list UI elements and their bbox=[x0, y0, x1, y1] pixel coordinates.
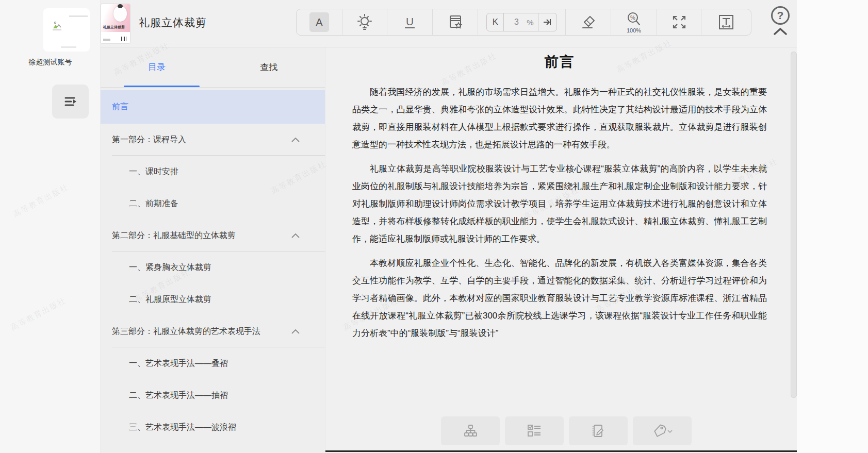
menu-arrow-icon bbox=[62, 93, 79, 110]
toc-section-label: 第三部分：礼服立体裁剪的艺术表现手法 bbox=[112, 326, 260, 337]
book-title: 礼服立体裁剪 bbox=[139, 15, 207, 30]
checklist-icon bbox=[527, 424, 542, 438]
ebook-reader-app: 高等教育出版社 高等教育出版社 高等教育出版社 高等教育出版社 高等教育出版社 … bbox=[0, 0, 868, 453]
notes-button[interactable] bbox=[569, 416, 628, 445]
tab-contents[interactable]: 目录 bbox=[101, 47, 213, 87]
paragraph: 礼服立体裁剪是高等职业院校服装设计与工艺专业核心课程“服装立体裁剪”的高阶内容，… bbox=[352, 160, 767, 248]
help-button[interactable]: ? bbox=[771, 6, 790, 25]
toc-item[interactable]: 一、艺术表现手法——叠褶 bbox=[101, 347, 325, 379]
underline-icon: U bbox=[405, 16, 415, 28]
zoom-level-label: 100% bbox=[627, 27, 641, 33]
toc-item[interactable]: 一、课时安排 bbox=[101, 156, 325, 188]
broken-image-icon bbox=[51, 20, 63, 32]
cover-publisher-mark bbox=[103, 39, 110, 41]
toc-item[interactable]: 二、艺术表现手法——抽褶 bbox=[101, 379, 325, 411]
account-name: 徐超测试账号 bbox=[0, 58, 101, 67]
toc-item[interactable]: 一、紧身胸衣立体裁剪 bbox=[101, 251, 325, 283]
page-jump-control: K % bbox=[478, 9, 565, 35]
collapse-toolbar-button[interactable] bbox=[773, 27, 788, 36]
zoom-level-button[interactable]: % 100% bbox=[611, 9, 657, 35]
toc-section-part3[interactable]: 第三部分：礼服立体裁剪的艺术表现手法 bbox=[101, 315, 325, 347]
font-icon: A bbox=[309, 12, 329, 32]
left-sidebar: 徐超测试账号 bbox=[0, 0, 101, 453]
toc-section-label: 第二部分：礼服基础型的立体裁剪 bbox=[112, 230, 236, 241]
toc-item[interactable]: 二、礼服原型立体裁剪 bbox=[101, 283, 325, 315]
book-cover-thumbnail[interactable]: 礼服立体裁剪 bbox=[101, 4, 130, 43]
chevron-up-icon[interactable] bbox=[291, 232, 300, 239]
toc-item-preface[interactable]: 前言 bbox=[101, 90, 325, 124]
cover-dress-art bbox=[113, 6, 127, 22]
cover-title-text: 礼服立体裁剪 bbox=[103, 25, 125, 30]
toc-section-label: 第一部分：课程导入 bbox=[112, 135, 186, 145]
page-jump-box: K % bbox=[486, 13, 556, 31]
toc-section-part2[interactable]: 第二部分：礼服基础型的立体裁剪 bbox=[101, 220, 325, 251]
page-percent-input[interactable] bbox=[506, 18, 527, 27]
underline-button[interactable]: U bbox=[387, 9, 432, 35]
chapter-title: 前言 bbox=[352, 53, 767, 71]
text-width-button[interactable] bbox=[701, 9, 751, 35]
zoom-percent-icon: % bbox=[626, 11, 642, 27]
toc-item[interactable]: 二、前期准备 bbox=[101, 188, 325, 220]
lightbulb-icon bbox=[356, 12, 373, 32]
chapter-body: 随着我国经济的发展，礼服的市场需求日益增大。礼服作为一种正式的社交礼仪性服装，是… bbox=[352, 83, 767, 342]
vertical-scrollbar[interactable] bbox=[791, 52, 797, 398]
fullscreen-icon bbox=[670, 13, 688, 31]
chevron-up-icon[interactable] bbox=[291, 328, 300, 334]
cover-barcode bbox=[121, 37, 127, 41]
svg-text:%: % bbox=[630, 14, 635, 21]
jump-go-button[interactable] bbox=[538, 13, 556, 31]
placeholder-line bbox=[61, 46, 76, 48]
reader-toolbar: A U bbox=[296, 9, 751, 36]
paragraph: 随着我国经济的发展，礼服的市场需求日益增大。礼服作为一种正式的社交礼仪性服装，是… bbox=[352, 83, 767, 154]
toc-section-part1[interactable]: 第一部分：课程导入 bbox=[101, 124, 325, 156]
toc-list: 前言 第一部分：课程导入 一、课时安排 二、前期准备 第二部分：礼服基础型的立体… bbox=[101, 90, 325, 443]
tab-search[interactable]: 查找 bbox=[213, 47, 325, 87]
fullscreen-button[interactable] bbox=[657, 9, 701, 35]
mindmap-button[interactable] bbox=[441, 416, 500, 445]
toc-collapse-button[interactable] bbox=[52, 85, 89, 119]
tags-button[interactable] bbox=[633, 416, 692, 445]
bookmark-button[interactable] bbox=[432, 9, 478, 35]
active-tab-underline bbox=[124, 86, 200, 87]
reader-header: 礼服立体裁剪 礼服立体裁剪 A U bbox=[101, 0, 797, 47]
bookmark-star-icon bbox=[447, 13, 464, 31]
org-chart-icon bbox=[463, 424, 478, 438]
percent-sign: % bbox=[527, 18, 533, 27]
jump-start-icon[interactable]: K bbox=[487, 13, 504, 31]
help-area: ? bbox=[770, 6, 791, 36]
toc-panel: 目录 查找 前言 第一部分：课程导入 一、课时安排 二、前期准备 第二部分：礼服… bbox=[101, 47, 325, 453]
toc-tabs: 目录 查找 bbox=[101, 47, 325, 88]
text-width-icon bbox=[717, 13, 735, 31]
chevron-up-icon[interactable] bbox=[291, 137, 300, 143]
tag-icon bbox=[651, 424, 673, 438]
eraser-icon bbox=[580, 13, 597, 31]
toc-item[interactable]: 三、艺术表现手法——波浪褶 bbox=[101, 411, 325, 443]
reading-pane: 前言 随着我国经济的发展，礼服的市场需求日益增大。礼服作为一种正式的社交礼仪性服… bbox=[325, 47, 797, 453]
brightness-button[interactable] bbox=[342, 9, 387, 35]
reader-bottom-border bbox=[325, 450, 797, 452]
placeholder-line bbox=[69, 15, 88, 17]
eraser-button[interactable] bbox=[565, 9, 611, 35]
paragraph: 本教材顺应礼服企业个性化、生态化、智能化、品牌化的新发展，有机嵌入各类富媒体资源… bbox=[352, 255, 767, 342]
note-edit-icon bbox=[591, 424, 606, 438]
font-settings-button[interactable]: A bbox=[297, 9, 342, 35]
exercises-button[interactable] bbox=[505, 416, 564, 445]
page-bottom-toolbar bbox=[441, 416, 692, 445]
avatar[interactable] bbox=[43, 8, 90, 52]
